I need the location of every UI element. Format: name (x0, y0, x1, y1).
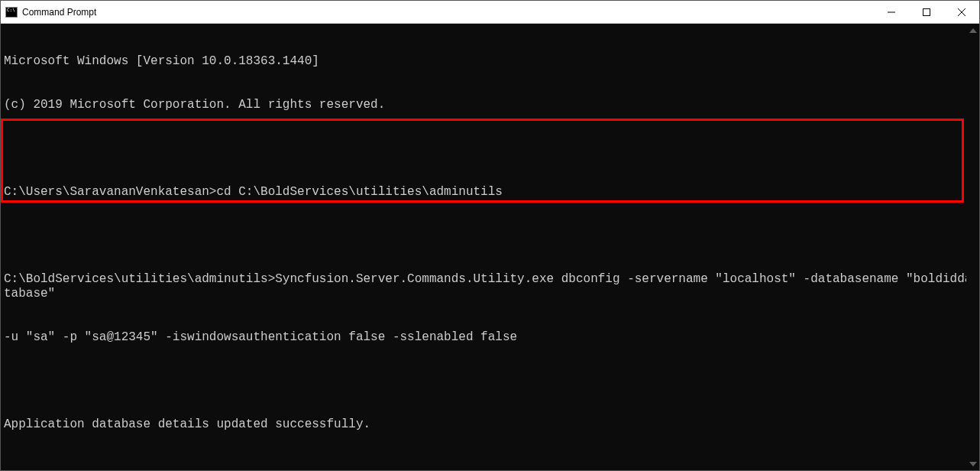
svg-rect-1 (923, 8, 930, 15)
minimize-button[interactable] (874, 1, 909, 23)
terminal-output: C:\BoldServices\utilities\adminutils>Syn… (4, 272, 976, 301)
titlebar[interactable]: Command Prompt (1, 1, 979, 24)
terminal-output (4, 229, 976, 243)
terminal-output (4, 141, 976, 156)
terminal-output: Application database details updated suc… (4, 417, 976, 432)
terminal-output: C:\Users\SaravananVenkatesan>cd C:\BoldS… (4, 185, 976, 200)
cmd-icon (5, 6, 18, 18)
window-title: Command Prompt (22, 7, 874, 18)
window-controls (874, 1, 979, 23)
terminal-output: Microsoft Windows [Version 10.0.18363.14… (4, 54, 976, 69)
terminal-output: -u "sa" -p "sa@12345" -iswindowsauthenti… (4, 330, 976, 345)
scrollbar[interactable] (966, 24, 979, 470)
terminal-output: (c) 2019 Microsoft Corporation. All righ… (4, 98, 976, 112)
scroll-down-icon[interactable] (966, 457, 979, 470)
close-button[interactable] (944, 1, 979, 23)
command-prompt-window: Command Prompt Microsoft Windows [Versio… (0, 0, 980, 471)
terminal-output (4, 461, 976, 470)
terminal-output (4, 374, 976, 388)
scroll-up-icon[interactable] (966, 24, 979, 37)
terminal-area[interactable]: Microsoft Windows [Version 10.0.18363.14… (1, 24, 979, 470)
maximize-button[interactable] (909, 1, 944, 23)
